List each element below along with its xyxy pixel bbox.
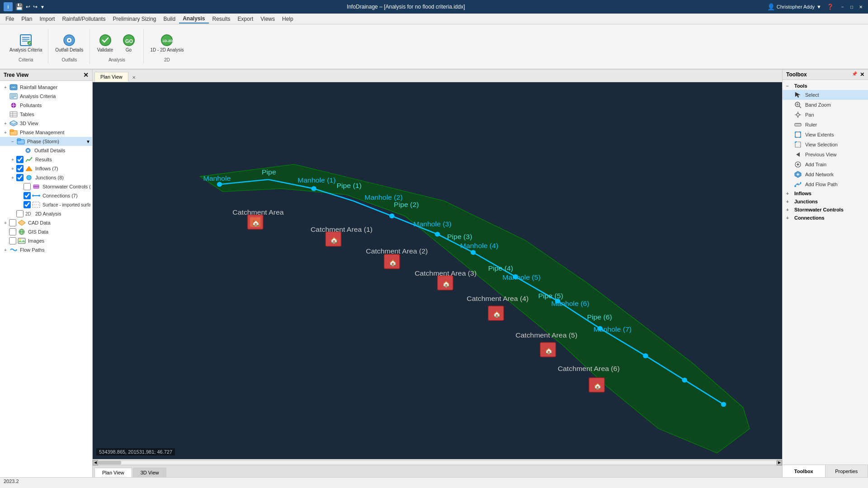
images-checkbox[interactable] xyxy=(9,237,16,244)
menu-preliminary[interactable]: Preliminary Sizing xyxy=(109,15,160,23)
2d-analysis-checkbox[interactable] xyxy=(16,210,24,217)
tool-add-flow-path[interactable]: Add Flow Path xyxy=(783,179,868,189)
tree-item-pollutants[interactable]: Pollutants xyxy=(0,101,92,110)
quick-undo[interactable]: ↩ xyxy=(26,4,30,10)
toolbox-section-junctions: + Junctions xyxy=(783,197,868,206)
toolbox-close-btn[interactable]: ✕ xyxy=(860,71,864,78)
menu-import[interactable]: Import xyxy=(36,15,58,23)
cad-checkbox[interactable] xyxy=(9,219,16,226)
svg-text:Manhole (7): Manhole (7) xyxy=(594,325,632,333)
tool-pan[interactable]: Pan xyxy=(783,110,868,120)
toolbox-section-stormwater-header[interactable]: + Stormwater Controls xyxy=(783,206,868,214)
outfall-details-btn[interactable]: Outfall Details xyxy=(53,31,85,55)
tree-item-cad-data[interactable]: + CAD Data xyxy=(0,218,92,227)
tree-item-rainfall-manager[interactable]: + Rainfall Manager xyxy=(0,83,92,92)
menu-views[interactable]: Views xyxy=(257,15,278,23)
tree-item-junctions[interactable]: + Junctions (8) xyxy=(0,173,92,182)
scroll-right-btn[interactable]: ▶ xyxy=(777,460,782,465)
svg-text:🏠: 🏠 xyxy=(493,310,501,318)
tree-item-results[interactable]: + Results xyxy=(0,155,92,164)
tab-close[interactable]: ✕ xyxy=(129,73,138,82)
tree-item-phase-storm[interactable]: − Phase (Storm) ▼ xyxy=(0,137,92,146)
tree-item-connections[interactable]: Connections (7) xyxy=(0,191,92,200)
tree-item-stormwater-controls[interactable]: Stormwater Controls (0) xyxy=(0,182,92,191)
analysis-criteria-btn[interactable]: ✓ Analysis Criteria xyxy=(7,31,44,55)
h-scroll-area[interactable]: ◀ ▶ xyxy=(93,459,782,465)
tree-item-outfall-details[interactable]: Outfall Details xyxy=(0,146,92,155)
junctions-checkbox[interactable] xyxy=(16,174,24,181)
tool-select-label: Select xyxy=(805,92,819,98)
tool-band-zoom[interactable]: Band Zoom xyxy=(783,100,868,110)
tree-item-tables[interactable]: Tables xyxy=(0,110,92,119)
svg-text:🏠: 🏠 xyxy=(545,347,553,354)
tool-view-extents[interactable]: View Extents xyxy=(783,130,868,140)
bottom-tab-plan-view[interactable]: Plan View xyxy=(94,468,132,477)
close-btn[interactable]: ✕ xyxy=(857,3,864,10)
tab-plan-view[interactable]: Plan View xyxy=(94,72,128,82)
tool-view-selection[interactable]: View Selection xyxy=(783,140,868,150)
tool-add-network[interactable]: Add Network xyxy=(783,169,868,179)
surface-checkbox[interactable] xyxy=(24,201,31,208)
app-title: InfoDrainage – [Analysis for no flood cr… xyxy=(45,4,767,10)
menu-plan[interactable]: Plan xyxy=(18,15,36,23)
tree-item-inflows[interactable]: + Inflows (7) xyxy=(0,164,92,173)
menu-rainfall[interactable]: Rainfall/Pollutants xyxy=(58,15,109,23)
toolbox-tab-toolbox[interactable]: Toolbox xyxy=(783,465,826,477)
tree-view-close[interactable]: ✕ xyxy=(83,71,89,79)
help-icon[interactable]: ❓ xyxy=(827,4,834,10)
3d-view-icon xyxy=(9,120,18,127)
1d-2d-btn[interactable]: 1D-2D 1D - 2D Analysis xyxy=(148,31,186,55)
tree-item-3d-view[interactable]: + 3D View xyxy=(0,119,92,128)
tool-add-train[interactable]: Add Train xyxy=(783,160,868,169)
connections-checkbox[interactable] xyxy=(24,192,31,199)
toolbar-analysis-group: Validate GO Go Analysis xyxy=(91,29,144,64)
maximize-btn[interactable]: □ xyxy=(848,3,855,10)
tree-item-phase-management[interactable]: + Phase Management xyxy=(0,128,92,137)
svg-text:🏠: 🏠 xyxy=(330,236,339,244)
tool-select[interactable]: Select xyxy=(783,90,868,100)
surface-icon xyxy=(32,201,41,208)
menu-analysis[interactable]: Analysis xyxy=(179,14,208,23)
validate-btn[interactable]: Validate xyxy=(94,31,116,55)
tree-view-panel: Tree View ✕ + Rainfall Manager Analysis … xyxy=(0,70,93,477)
tool-previous-view[interactable]: Previous View xyxy=(783,150,868,160)
tree-item-analysis-criteria[interactable]: Analysis Criteria xyxy=(0,92,92,101)
menu-help[interactable]: Help xyxy=(278,15,297,23)
h-scrollbar-track[interactable] xyxy=(98,460,777,465)
svg-line-112 xyxy=(799,106,801,108)
toolbar: ✓ Analysis Criteria Criteria Outfall Det… xyxy=(0,24,868,70)
go-btn[interactable]: GO Go xyxy=(118,31,140,55)
quick-save[interactable]: 💾 xyxy=(15,3,23,10)
minimize-btn[interactable]: − xyxy=(839,3,846,10)
menu-export[interactable]: Export xyxy=(234,15,257,23)
menu-build[interactable]: Build xyxy=(160,15,179,23)
results-checkbox[interactable] xyxy=(16,156,24,163)
toolbox-tab-properties[interactable]: Properties xyxy=(826,465,868,477)
stormwater-checkbox[interactable] xyxy=(24,183,31,190)
tool-ruler[interactable]: Ruler xyxy=(783,120,868,130)
tree-item-surface[interactable]: Surface - imported surface trimmed xyxy=(0,200,92,209)
h-scrollbar-thumb[interactable] xyxy=(99,461,121,465)
tree-item-2d-analysis[interactable]: 2D 2D Analysis xyxy=(0,209,92,218)
inflows-checkbox[interactable] xyxy=(16,165,24,172)
toolbox-section-tools-header[interactable]: − Tools xyxy=(783,82,868,90)
go-icon: GO xyxy=(122,33,136,47)
tree-item-images[interactable]: Images xyxy=(0,236,92,245)
validate-icon xyxy=(98,33,113,47)
toolbox-float-btn[interactable]: 📌 xyxy=(851,71,858,78)
menu-results[interactable]: Results xyxy=(209,15,234,23)
tree-item-flow-paths[interactable]: + Flow Paths xyxy=(0,245,92,254)
tree-item-gis-data[interactable]: GIS Data xyxy=(0,227,92,236)
toolbox-section-connections-header[interactable]: + Connections xyxy=(783,214,868,222)
map-container[interactable]: 🏠 🏠 🏠 🏠 🏠 xyxy=(93,82,782,459)
quick-dropdown[interactable]: ▼ xyxy=(40,5,45,9)
select-icon xyxy=(793,91,802,99)
menu-file[interactable]: File xyxy=(2,15,18,23)
toolbox-section-inflows-header[interactable]: + Inflows xyxy=(783,189,868,197)
toolbox-section-junctions-header[interactable]: + Junctions xyxy=(783,197,868,206)
quick-redo[interactable]: ↪ xyxy=(33,4,38,10)
toolbox-section-connections: + Connections xyxy=(783,214,868,222)
bottom-tab-3d-view[interactable]: 3D View xyxy=(133,468,167,477)
gis-checkbox[interactable] xyxy=(9,228,16,235)
scroll-left-btn[interactable]: ◀ xyxy=(93,460,98,465)
